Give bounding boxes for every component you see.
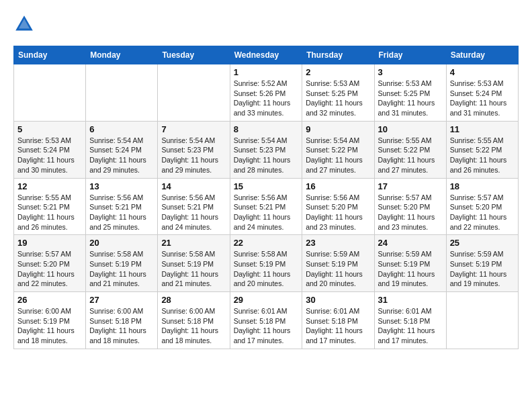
day-number: 14: [161, 181, 226, 191]
calendar-cell: 1Sunrise: 5:52 AM Sunset: 5:26 PM Daylig…: [230, 64, 302, 122]
day-info: Sunrise: 5:53 AM Sunset: 5:24 PM Dayligh…: [17, 136, 82, 175]
calendar-cell: 30Sunrise: 6:01 AM Sunset: 5:18 PM Dayli…: [302, 292, 374, 349]
calendar-cell: 8Sunrise: 5:54 AM Sunset: 5:23 PM Daylig…: [230, 121, 302, 178]
day-info: Sunrise: 5:53 AM Sunset: 5:24 PM Dayligh…: [450, 79, 515, 118]
day-number: 23: [306, 238, 370, 248]
day-number: 6: [89, 124, 154, 134]
calendar-week-row: 19Sunrise: 5:57 AM Sunset: 5:20 PM Dayli…: [14, 235, 519, 292]
day-number: 28: [161, 295, 226, 305]
calendar-cell: 7Sunrise: 5:54 AM Sunset: 5:23 PM Daylig…: [158, 121, 230, 178]
calendar-cell: 5Sunrise: 5:53 AM Sunset: 5:24 PM Daylig…: [14, 121, 86, 178]
day-info: Sunrise: 5:59 AM Sunset: 5:19 PM Dayligh…: [306, 249, 370, 289]
logo: [13, 13, 38, 35]
day-number: 4: [450, 67, 515, 77]
day-info: Sunrise: 5:55 AM Sunset: 5:22 PM Dayligh…: [450, 136, 515, 175]
day-number: 1: [234, 67, 299, 77]
calendar-week-row: 1Sunrise: 5:52 AM Sunset: 5:26 PM Daylig…: [14, 64, 519, 122]
day-number: 26: [17, 295, 82, 305]
day-number: 12: [17, 181, 82, 191]
day-number: 31: [378, 295, 443, 305]
page-header: [13, 13, 519, 35]
calendar-cell: 13Sunrise: 5:56 AM Sunset: 5:21 PM Dayli…: [86, 178, 158, 235]
day-number: 8: [234, 124, 299, 134]
day-number: 22: [234, 238, 299, 248]
day-number: 15: [234, 181, 299, 191]
day-number: 7: [161, 124, 226, 134]
day-number: 20: [89, 238, 154, 248]
day-info: Sunrise: 5:53 AM Sunset: 5:25 PM Dayligh…: [306, 79, 370, 118]
day-number: 16: [306, 181, 370, 191]
day-info: Sunrise: 5:53 AM Sunset: 5:25 PM Dayligh…: [378, 79, 443, 118]
calendar-cell: 6Sunrise: 5:54 AM Sunset: 5:24 PM Daylig…: [86, 121, 158, 178]
calendar-cell: [14, 64, 86, 122]
day-number: 25: [450, 238, 515, 248]
day-info: Sunrise: 5:54 AM Sunset: 5:23 PM Dayligh…: [234, 136, 299, 175]
day-number: 5: [17, 124, 82, 134]
calendar-cell: 22Sunrise: 5:58 AM Sunset: 5:19 PM Dayli…: [230, 235, 302, 292]
day-number: 30: [306, 295, 370, 305]
calendar-cell: 4Sunrise: 5:53 AM Sunset: 5:24 PM Daylig…: [446, 64, 518, 122]
day-info: Sunrise: 5:58 AM Sunset: 5:19 PM Dayligh…: [234, 249, 299, 289]
day-info: Sunrise: 6:00 AM Sunset: 5:18 PM Dayligh…: [161, 306, 226, 346]
day-number: 21: [161, 238, 226, 248]
day-info: Sunrise: 5:57 AM Sunset: 5:20 PM Dayligh…: [17, 249, 82, 289]
calendar-cell: 20Sunrise: 5:58 AM Sunset: 5:19 PM Dayli…: [86, 235, 158, 292]
calendar-cell: 14Sunrise: 5:56 AM Sunset: 5:21 PM Dayli…: [158, 178, 230, 235]
calendar-cell: 18Sunrise: 5:57 AM Sunset: 5:20 PM Dayli…: [446, 178, 518, 235]
day-info: Sunrise: 5:56 AM Sunset: 5:21 PM Dayligh…: [234, 193, 299, 232]
day-number: 27: [89, 295, 154, 305]
day-number: 11: [450, 124, 515, 134]
calendar-table: SundayMondayTuesdayWednesdayThursdayFrid…: [13, 46, 519, 349]
day-number: 3: [378, 67, 443, 77]
calendar-cell: 25Sunrise: 5:59 AM Sunset: 5:19 PM Dayli…: [446, 235, 518, 292]
day-info: Sunrise: 5:57 AM Sunset: 5:20 PM Dayligh…: [450, 193, 515, 232]
day-number: 17: [378, 181, 443, 191]
calendar-cell: [158, 64, 230, 122]
day-info: Sunrise: 5:54 AM Sunset: 5:23 PM Dayligh…: [161, 136, 226, 175]
calendar-header-sunday: Sunday: [14, 46, 86, 64]
calendar-header-monday: Monday: [86, 46, 158, 64]
day-info: Sunrise: 6:01 AM Sunset: 5:18 PM Dayligh…: [234, 306, 299, 346]
calendar-cell: 16Sunrise: 5:56 AM Sunset: 5:20 PM Dayli…: [302, 178, 374, 235]
day-info: Sunrise: 5:56 AM Sunset: 5:21 PM Dayligh…: [89, 193, 154, 232]
day-number: 18: [450, 181, 515, 191]
day-info: Sunrise: 5:56 AM Sunset: 5:20 PM Dayligh…: [306, 193, 370, 232]
calendar-cell: [446, 292, 518, 349]
calendar-cell: 9Sunrise: 5:54 AM Sunset: 5:22 PM Daylig…: [302, 121, 374, 178]
day-number: 24: [378, 238, 443, 248]
calendar-week-row: 26Sunrise: 6:00 AM Sunset: 5:19 PM Dayli…: [14, 292, 519, 349]
calendar-header-wednesday: Wednesday: [230, 46, 302, 64]
calendar-week-row: 5Sunrise: 5:53 AM Sunset: 5:24 PM Daylig…: [14, 121, 519, 178]
calendar-header-saturday: Saturday: [446, 46, 518, 64]
calendar-header-tuesday: Tuesday: [158, 46, 230, 64]
calendar-cell: 21Sunrise: 5:58 AM Sunset: 5:19 PM Dayli…: [158, 235, 230, 292]
day-info: Sunrise: 5:56 AM Sunset: 5:21 PM Dayligh…: [161, 193, 226, 232]
calendar-cell: 28Sunrise: 6:00 AM Sunset: 5:18 PM Dayli…: [158, 292, 230, 349]
day-number: 9: [306, 124, 370, 134]
calendar-cell: 29Sunrise: 6:01 AM Sunset: 5:18 PM Dayli…: [230, 292, 302, 349]
day-info: Sunrise: 5:58 AM Sunset: 5:19 PM Dayligh…: [161, 249, 226, 289]
calendar-cell: 2Sunrise: 5:53 AM Sunset: 5:25 PM Daylig…: [302, 64, 374, 122]
day-info: Sunrise: 5:59 AM Sunset: 5:19 PM Dayligh…: [378, 249, 443, 289]
day-info: Sunrise: 6:01 AM Sunset: 5:18 PM Dayligh…: [306, 306, 370, 346]
day-info: Sunrise: 5:59 AM Sunset: 5:19 PM Dayligh…: [450, 249, 515, 289]
calendar-cell: 15Sunrise: 5:56 AM Sunset: 5:21 PM Dayli…: [230, 178, 302, 235]
calendar-week-row: 12Sunrise: 5:55 AM Sunset: 5:21 PM Dayli…: [14, 178, 519, 235]
day-info: Sunrise: 5:55 AM Sunset: 5:22 PM Dayligh…: [378, 136, 443, 175]
calendar-header-thursday: Thursday: [302, 46, 374, 64]
calendar-cell: 12Sunrise: 5:55 AM Sunset: 5:21 PM Dayli…: [14, 178, 86, 235]
calendar-cell: 23Sunrise: 5:59 AM Sunset: 5:19 PM Dayli…: [302, 235, 374, 292]
day-info: Sunrise: 6:00 AM Sunset: 5:18 PM Dayligh…: [89, 306, 154, 346]
calendar-cell: 19Sunrise: 5:57 AM Sunset: 5:20 PM Dayli…: [14, 235, 86, 292]
day-number: 13: [89, 181, 154, 191]
calendar-cell: 11Sunrise: 5:55 AM Sunset: 5:22 PM Dayli…: [446, 121, 518, 178]
calendar-header-row: SundayMondayTuesdayWednesdayThursdayFrid…: [14, 46, 519, 64]
calendar-cell: 10Sunrise: 5:55 AM Sunset: 5:22 PM Dayli…: [374, 121, 446, 178]
day-info: Sunrise: 5:52 AM Sunset: 5:26 PM Dayligh…: [234, 79, 299, 118]
calendar-cell: 17Sunrise: 5:57 AM Sunset: 5:20 PM Dayli…: [374, 178, 446, 235]
day-number: 2: [306, 67, 370, 77]
day-info: Sunrise: 5:58 AM Sunset: 5:19 PM Dayligh…: [89, 249, 154, 289]
day-info: Sunrise: 5:55 AM Sunset: 5:21 PM Dayligh…: [17, 193, 82, 232]
day-number: 10: [378, 124, 443, 134]
day-info: Sunrise: 6:01 AM Sunset: 5:18 PM Dayligh…: [378, 306, 443, 346]
